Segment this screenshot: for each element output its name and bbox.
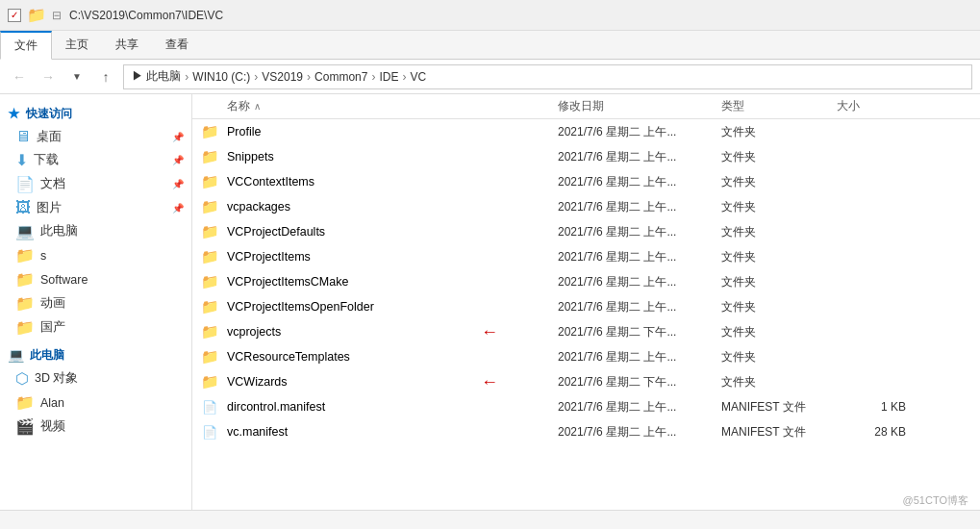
table-row[interactable]: 📁 VCProjectItems 2021/7/6 星期二 上午... 文件夹 [192, 244, 980, 269]
table-row[interactable]: 📄 dircontrol.manifest 2021/7/6 星期二 上午...… [192, 394, 980, 419]
table-row[interactable]: 📁 VCProjectDefaults 2021/7/6 星期二 上午... 文… [192, 219, 980, 244]
ribbon-tab-share[interactable]: 共享 [102, 32, 152, 58]
thispc-section: 💻 此电脑 ⬡ 3D 对象 📁 Alan 🎬 视频 [0, 343, 191, 439]
sidebar-item-pics[interactable]: 🖼 图片 📌 [0, 196, 191, 219]
path-vs2019: VS2019 [262, 70, 303, 84]
nav-up-button[interactable]: ↑ [94, 65, 117, 88]
folder-animation-icon: 📁 [15, 294, 35, 313]
file-type: 文件夹 [721, 374, 837, 390]
thispc-icon: 💻 [15, 222, 35, 240]
folder-icon: 📁 [201, 123, 219, 140]
nav-back-button[interactable]: ← [8, 65, 31, 88]
sidebar: ★ 快速访问 🖥 桌面 📌 ⬇ 下载 📌 📄 文档 📌 🖼 图片 � [0, 94, 192, 510]
table-row[interactable]: 📁 vcpackages 2021/7/6 星期二 上午... 文件夹 [192, 194, 980, 219]
sidebar-item-s[interactable]: 📁 s [0, 243, 191, 267]
table-row[interactable]: 📄 vc.manifest 2021/7/6 星期二 上午... MANIFES… [192, 419, 980, 444]
path-common7: Common7 [314, 70, 367, 84]
table-row[interactable]: 📁 VCWizards 2021/7/6 星期二 下午... 文件夹 ← [192, 369, 980, 394]
sidebar-item-download[interactable]: ⬇ 下载 📌 [0, 148, 191, 172]
folder-domestic-icon: 📁 [15, 318, 35, 337]
file-name: VCContextItems [227, 175, 558, 189]
folder-software-icon: 📁 [15, 270, 35, 289]
sort-arrow: ∧ [254, 101, 261, 112]
folder-icon: 📁 [201, 373, 219, 390]
file-type: 文件夹 [721, 174, 837, 190]
manifest-icon: 📄 [202, 425, 217, 440]
sidebar-item-video[interactable]: 🎬 视频 [0, 415, 191, 439]
file-size: 28 KB [837, 425, 914, 439]
file-date: 2021/7/6 星期二 上午... [558, 124, 721, 140]
nav-dropdown-button[interactable]: ▼ [65, 65, 88, 88]
file-date: 2021/7/6 星期二 上午... [558, 299, 721, 315]
quick-access-icon: ★ [8, 106, 20, 121]
title-bar-icons: ✓ 📁 ⊟ [8, 6, 62, 24]
file-name: VCProjectItemsCMake [227, 275, 558, 289]
file-name: VCProjectDefaults [227, 225, 558, 239]
col-type-header[interactable]: 类型 [721, 98, 837, 114]
file-date: 2021/7/6 星期二 上午... [558, 274, 721, 290]
sidebar-item-software[interactable]: 📁 Software [0, 267, 191, 291]
file-name: vc.manifest [227, 425, 558, 439]
file-name: VCProjectItemsOpenFolder [227, 300, 558, 314]
main-area: ★ 快速访问 🖥 桌面 📌 ⬇ 下载 📌 📄 文档 📌 🖼 图片 � [0, 94, 980, 510]
file-date: 2021/7/6 星期二 下午... [558, 374, 721, 390]
table-row[interactable]: 📁 VCProjectItemsCMake 2021/7/6 星期二 上午...… [192, 269, 980, 294]
file-type: MANIFEST 文件 [721, 424, 837, 441]
file-size: 1 KB [837, 400, 914, 414]
docs-icon: 📄 [15, 175, 35, 193]
file-type: 文件夹 [721, 349, 837, 365]
sidebar-item-domestic[interactable]: 📁 国产 [0, 315, 191, 340]
file-date: 2021/7/6 星期二 上午... [558, 249, 721, 265]
nav-forward-button[interactable]: → [37, 65, 60, 88]
table-row[interactable]: 📁 vcprojects 2021/7/6 星期二 下午... 文件夹 ← [192, 319, 980, 344]
col-date-header[interactable]: 修改日期 [558, 98, 721, 114]
quick-access-header[interactable]: ★ 快速访问 [0, 102, 191, 125]
pin-download: 📌 [172, 155, 184, 165]
sidebar-item-docs[interactable]: 📄 文档 📌 [0, 172, 191, 196]
sidebar-item-thispc[interactable]: 💻 此电脑 [0, 219, 191, 243]
table-row[interactable]: 📁 VCResourceTemplates 2021/7/6 星期二 上午...… [192, 344, 980, 369]
pin-desktop: 📌 [172, 132, 184, 142]
file-type: MANIFEST 文件 [721, 399, 837, 416]
path-vc: VC [410, 70, 426, 84]
folder-icon: 📁 [201, 273, 219, 290]
file-list: 📁 Profile 2021/7/6 星期二 上午... 文件夹 📁 Snipp… [192, 119, 980, 510]
ribbon-tab-file[interactable]: 文件 [0, 31, 52, 60]
folder-icon: 📁 [201, 298, 219, 315]
folder-icon: 📁 [201, 198, 219, 215]
table-row[interactable]: 📁 Snippets 2021/7/6 星期二 上午... 文件夹 [192, 144, 980, 169]
sidebar-item-alan[interactable]: 📁 Alan [0, 390, 191, 415]
path-ide: IDE [379, 70, 398, 84]
ribbon-tab-view[interactable]: 查看 [152, 32, 202, 58]
table-row[interactable]: 📁 VCContextItems 2021/7/6 星期二 上午... 文件夹 [192, 169, 980, 194]
sidebar-item-desktop[interactable]: 🖥 桌面 📌 [0, 125, 191, 148]
file-type: 文件夹 [721, 124, 837, 140]
sidebar-item-3dobjects[interactable]: ⬡ 3D 对象 [0, 366, 191, 390]
folder-icon: 📁 [201, 223, 219, 240]
table-row[interactable]: 📁 Profile 2021/7/6 星期二 上午... 文件夹 [192, 119, 980, 144]
file-date: 2021/7/6 星期二 上午... [558, 349, 721, 365]
file-header: 名称 ∧ 修改日期 类型 大小 [192, 94, 980, 119]
folder-s-icon: 📁 [15, 246, 35, 264]
folder-icon: 📁 [201, 173, 219, 190]
folder-icon: 📁 [27, 6, 46, 24]
folder-icon: 📁 [201, 148, 219, 165]
file-date: 2021/7/6 星期二 上午... [558, 424, 721, 441]
file-name: VCWizards [227, 375, 558, 389]
pics-icon: 🖼 [15, 199, 31, 216]
sidebar-item-animation[interactable]: 📁 动画 [0, 291, 191, 315]
pin-docs: 📌 [172, 179, 184, 189]
ribbon-tab-home[interactable]: 主页 [52, 32, 102, 58]
quick-access-section: ★ 快速访问 🖥 桌面 📌 ⬇ 下载 📌 📄 文档 📌 🖼 图片 � [0, 102, 191, 340]
address-bar: ← → ▼ ↑ ▶ 此电脑 › WIN10 (C:) › VS2019 › Co… [0, 60, 980, 94]
address-path[interactable]: ▶ 此电脑 › WIN10 (C:) › VS2019 › Common7 › … [123, 64, 972, 89]
file-name: Profile [227, 125, 558, 139]
video-icon: 🎬 [15, 417, 35, 436]
file-name: dircontrol.manifest [227, 400, 558, 414]
thispc-section-header[interactable]: 💻 此电脑 [0, 343, 191, 366]
folder-alan-icon: 📁 [15, 393, 35, 412]
file-name: Snippets [227, 150, 558, 164]
col-size-header[interactable]: 大小 [837, 98, 914, 114]
col-name-header[interactable]: 名称 ∧ [192, 98, 558, 114]
table-row[interactable]: 📁 VCProjectItemsOpenFolder 2021/7/6 星期二 … [192, 294, 980, 319]
